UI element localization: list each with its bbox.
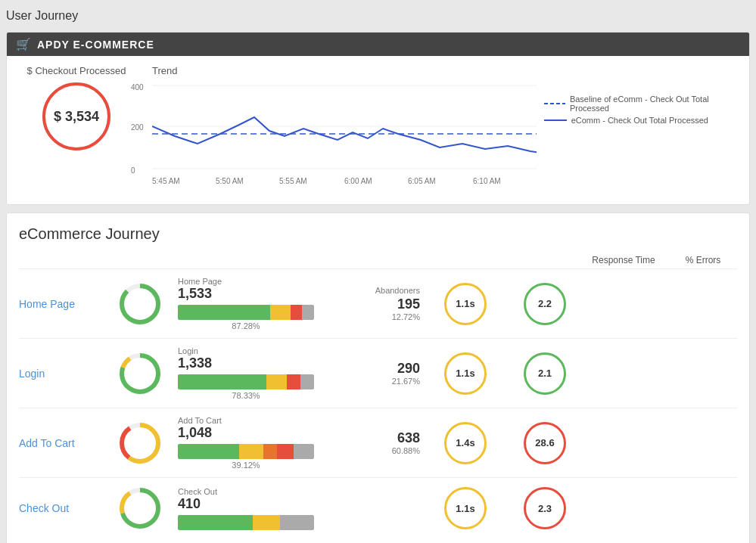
top-widget: 🛒 APDY E-COMMERCE $ Checkout Processed $…	[6, 32, 750, 205]
row-stats-bar: Check Out 410	[170, 487, 322, 530]
abandoners-count: 290	[322, 361, 420, 377]
row-response-time: 1.1s	[420, 283, 511, 325]
bar-track	[178, 444, 314, 459]
abandoners-pct: 60.88%	[322, 446, 420, 455]
row-bar-container	[178, 515, 314, 530]
bar-segment	[270, 305, 291, 320]
row-errors: 2.1	[511, 352, 579, 395]
svg-text:5:55 AM: 5:55 AM	[279, 177, 307, 185]
legend-line-solid	[544, 119, 567, 121]
header-errors: % Errors	[669, 255, 737, 265]
widget-content: $ Checkout Processed $ 3,534 Trend 400 2…	[7, 56, 749, 204]
bar-track	[178, 374, 314, 389]
row-name[interactable]: Login	[19, 368, 110, 380]
journey-title: eCommerce Journey	[19, 225, 737, 243]
row-bar-container: 87.28%	[178, 305, 314, 330]
errors-circle: 28.6	[524, 422, 566, 464]
checkout-value: $ 3,534	[42, 82, 110, 150]
y-label-0: 0	[131, 166, 135, 175]
checkout-kpi: $ Checkout Processed $ 3,534	[16, 65, 137, 195]
response-time-circle: 1.1s	[444, 352, 487, 395]
svg-text:6:00 AM: 6:00 AM	[344, 177, 372, 185]
row-donut	[110, 281, 170, 327]
row-stats-label: Add To Cart	[178, 416, 314, 425]
cart-icon: 🛒	[16, 37, 31, 51]
y-label-400: 400	[131, 83, 144, 92]
errors-circle: 2.2	[524, 283, 566, 325]
row-errors: 28.6	[511, 422, 579, 464]
row-response-time: 1.1s	[420, 352, 511, 395]
bar-segment	[239, 444, 263, 459]
journey-row: Home Page Home Page 1,533 87.28% Abandon…	[19, 268, 737, 338]
row-stats-value: 410	[178, 496, 314, 512]
row-stats-value: 1,048	[178, 425, 314, 441]
abandoners-header: Abandoners	[322, 286, 420, 295]
bar-segment	[280, 515, 314, 530]
row-errors: 2.2	[511, 283, 579, 325]
abandoners-count: 195	[322, 296, 420, 312]
bar-segment	[294, 444, 314, 459]
row-name[interactable]: Check Out	[19, 502, 110, 514]
journey-section: eCommerce Journey Response Time % Errors…	[6, 213, 750, 543]
row-name[interactable]: Add To Cart	[19, 437, 110, 449]
bar-segment	[291, 305, 301, 320]
row-bar-container: 39.12%	[178, 444, 314, 470]
trend-title: Trend	[152, 65, 740, 76]
widget-header: 🛒 APDY E-COMMERCE	[7, 33, 749, 56]
bar-segment	[263, 444, 277, 459]
journey-row: Check Out Check Out 410 1.1s 2.3	[19, 477, 737, 538]
row-errors: 2.3	[511, 487, 579, 529]
abandoners-pct: 21.67%	[322, 377, 420, 386]
legend-label-dashed: Baseline of eComm - Check Out Total Proc…	[570, 95, 740, 113]
donut-svg	[117, 351, 163, 396]
row-name[interactable]: Home Page	[19, 298, 110, 310]
row-abandoners: Abandoners 195 12.72%	[322, 286, 420, 321]
bar-segment	[287, 374, 300, 389]
bar-pct: 87.28%	[178, 321, 314, 330]
bar-segment	[253, 515, 280, 530]
row-donut	[110, 420, 170, 466]
row-stats-value: 1,533	[178, 286, 314, 302]
donut-svg	[117, 281, 163, 327]
journey-column-headers: Response Time % Errors	[19, 255, 737, 265]
svg-text:5:45 AM: 5:45 AM	[152, 177, 180, 185]
row-stats-bar: Login 1,338 78.33%	[170, 346, 322, 400]
row-donut	[110, 486, 170, 531]
legend-item-dashed: Baseline of eComm - Check Out Total Proc…	[544, 95, 740, 113]
journey-row: Add To Cart Add To Cart 1,048 39.12% 638…	[19, 408, 737, 477]
svg-text:5:50 AM: 5:50 AM	[216, 177, 244, 185]
journey-row: Login Login 1,338 78.33% 290 21.67% 1.1s…	[19, 338, 737, 408]
row-donut	[110, 351, 170, 396]
bar-segment	[300, 374, 314, 389]
row-stats-bar: Add To Cart 1,048 39.12%	[170, 416, 322, 470]
bar-segment	[277, 444, 294, 459]
abandoners-count: 638	[322, 430, 420, 446]
bar-segment	[178, 444, 239, 459]
donut-svg	[117, 486, 163, 531]
bar-segment	[178, 515, 253, 530]
bar-track	[178, 305, 314, 320]
row-stats-label: Check Out	[178, 487, 314, 496]
legend-label-solid: eComm - Check Out Total Processed	[571, 116, 708, 125]
checkout-label: $ Checkout Processed	[27, 65, 126, 76]
bar-segment	[302, 305, 314, 320]
row-stats-value: 1,338	[178, 355, 314, 371]
trend-chart: 5:45 AM 5:50 AM 5:55 AM 6:00 AM 6:05 AM …	[152, 79, 537, 193]
row-stats-bar: Home Page 1,533 87.28%	[170, 277, 322, 330]
response-time-circle: 1.4s	[444, 422, 487, 464]
legend-item-solid: eComm - Check Out Total Processed	[544, 116, 740, 125]
row-response-time: 1.4s	[420, 422, 511, 464]
abandoners-pct: 12.72%	[322, 312, 420, 321]
bar-pct: 78.33%	[178, 391, 314, 400]
bar-track	[178, 515, 314, 530]
page-wrapper: User Journey 🛒 APDY E-COMMERCE $ Checkou…	[0, 0, 756, 543]
donut-svg	[117, 420, 163, 466]
row-stats-label: Home Page	[178, 277, 314, 286]
header-response-time: Response Time	[578, 255, 669, 265]
bar-segment	[178, 374, 266, 389]
row-abandoners: 638 60.88%	[322, 430, 420, 455]
svg-text:6:10 AM: 6:10 AM	[473, 177, 501, 185]
trend-legend: Baseline of eComm - Check Out Total Proc…	[544, 79, 740, 195]
bar-segment	[266, 374, 287, 389]
brand-name: APDY E-COMMERCE	[37, 39, 154, 51]
